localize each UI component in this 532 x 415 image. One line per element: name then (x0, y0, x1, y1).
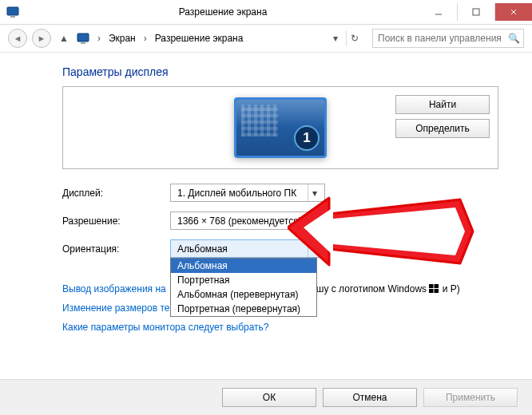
svg-rect-9 (435, 284, 439, 288)
orientation-combo-value: Альбомная (177, 243, 304, 255)
chevron-down-icon: ▾ (308, 184, 321, 201)
orientation-label: Ориентация: (62, 243, 170, 255)
minimize-button[interactable] (420, 3, 457, 21)
svg-rect-6 (77, 34, 89, 42)
breadcrumb-leaf[interactable]: Разрешение экрана (155, 33, 244, 44)
display-label: Дисплей: (62, 188, 170, 199)
display-preview: 1 Найти Определить (62, 86, 498, 169)
page-heading: Параметры дисплея (62, 65, 498, 78)
window-title: Разрешение экрана (26, 6, 420, 18)
detect-button[interactable]: Определить (395, 119, 490, 138)
chevron-down-icon: ▾ (308, 240, 321, 257)
monitor-icon (77, 32, 89, 45)
display-combo[interactable]: 1. Дисплей мобильного ПК ▾ (170, 184, 325, 202)
search-box[interactable]: 🔍 (372, 29, 524, 48)
resolution-label: Разрешение: (62, 215, 170, 227)
resolution-combo-value: 1366 × 768 (рекомендуется) (177, 215, 304, 227)
svg-rect-0 (7, 7, 18, 15)
ok-button[interactable]: ОК (222, 388, 316, 407)
apply-button: Применить (423, 388, 518, 407)
chevron-down-icon: ▾ (308, 212, 321, 229)
app-icon (6, 6, 19, 18)
cancel-button[interactable]: Отмена (323, 388, 417, 407)
refresh-button[interactable]: ↻ (346, 30, 363, 46)
orientation-option[interactable]: Портретная (171, 273, 316, 287)
breadcrumb-root[interactable]: Экран (109, 33, 136, 44)
monitor-thumbnail[interactable]: 1 (234, 97, 327, 158)
svg-rect-11 (435, 289, 439, 293)
orientation-option[interactable]: Портретная (перевернутая) (171, 302, 316, 316)
monitor-number: 1 (294, 125, 320, 151)
breadcrumb[interactable]: › Экран › Разрешение экрана (77, 32, 244, 45)
windows-logo-icon (429, 283, 439, 294)
svg-rect-1 (10, 16, 15, 18)
forward-button[interactable]: ► (32, 29, 51, 48)
find-button[interactable]: Найти (395, 95, 490, 114)
svg-rect-3 (473, 9, 479, 15)
monitor-pattern (241, 105, 278, 136)
svg-rect-7 (81, 42, 85, 44)
display-combo-value: 1. Дисплей мобильного ПК (177, 188, 304, 199)
chevron-right-icon: › (141, 33, 150, 44)
orientation-dropdown: Альбомная Портретная Альбомная (переверн… (170, 258, 317, 317)
up-button[interactable]: ▲ (56, 33, 72, 44)
search-input[interactable] (376, 32, 505, 45)
back-button[interactable]: ◄ (8, 29, 27, 48)
svg-rect-8 (429, 284, 434, 288)
chevron-right-icon: › (94, 33, 104, 44)
orientation-combo[interactable]: Альбомная ▾ Альбомная Портретная Альбомн… (170, 239, 325, 258)
svg-rect-10 (429, 289, 434, 293)
close-button[interactable] (494, 3, 532, 21)
dialog-footer: ОК Отмена Применить (0, 379, 532, 415)
toolbar: ◄ ► ▲ › Экран › Разрешение экрана ▾ ↻ 🔍 (0, 25, 532, 53)
help-link[interactable]: Какие параметры монитора следует выбрать… (62, 322, 498, 333)
search-icon[interactable]: 🔍 (508, 33, 520, 44)
titlebar: Разрешение экрана (0, 0, 532, 25)
orientation-option[interactable]: Альбомная (перевернутая) (171, 287, 316, 302)
orientation-option[interactable]: Альбомная (171, 259, 316, 273)
maximize-button[interactable] (457, 3, 494, 21)
chevron-down-icon[interactable]: ▾ (330, 33, 341, 44)
resolution-combo[interactable]: 1366 × 768 (рекомендуется) ▾ (170, 211, 325, 230)
